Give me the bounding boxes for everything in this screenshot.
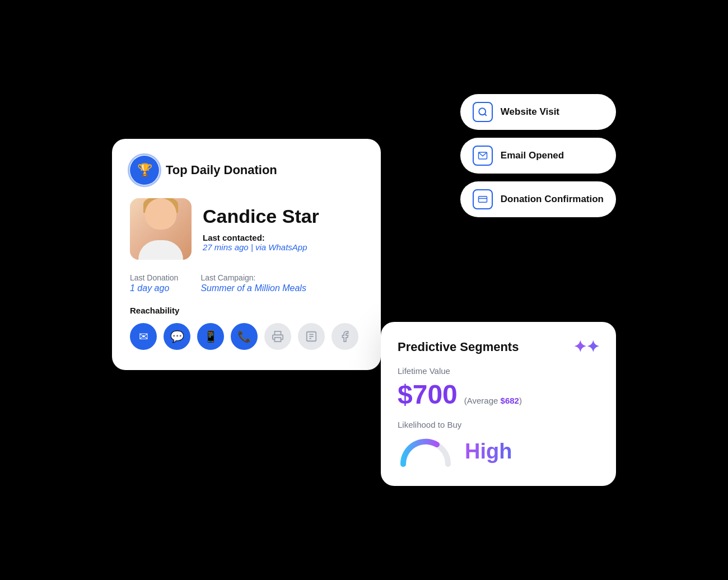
email-opened-pill: Email Opened [460,138,616,174]
badge-icon: 🏆 [130,156,159,185]
last-contacted-label: Last contacted: [203,233,319,242]
gauge-row: High [398,436,599,467]
donation-confirmation-label: Donation Confirmation [501,194,604,205]
last-donation-label: Last Donation [130,273,178,282]
profile-name: Candice Star [203,206,319,227]
ltv-average: (Average $682) [464,396,522,405]
last-campaign-label: Last Campaign: [200,273,306,282]
likelihood-value: High [465,439,512,464]
donor-card: 🏆 Top Daily Donation Candice Star Last c… [112,139,381,370]
last-donation-value: 1 day ago [130,283,178,293]
channel-icons: ✉ 💬 📱 📞 [130,323,363,350]
segments-header: Predictive Segments ✦✦ [398,338,599,356]
lifetime-value-label: Lifetime Value [398,366,599,376]
average-value: $682 [501,396,519,405]
facebook-channel[interactable] [332,323,358,350]
survey-channel[interactable] [298,323,325,350]
trophy-icon: 🏆 [137,163,152,177]
last-campaign-value: Summer of a Million Meals [200,283,306,293]
activity-pills: Website Visit Email Opened Donation Conf… [460,94,616,217]
website-visit-label: Website Visit [501,106,559,118]
reachability-label: Reachability [130,306,363,315]
email-opened-label: Email Opened [501,150,564,161]
website-visit-pill: Website Visit [460,94,616,130]
profile-row: Candice Star Last contacted: 27 mins ago… [130,198,363,260]
avatar [130,198,192,260]
gauge-chart [398,436,454,467]
last-contacted-value: 27 mins ago | via WhatsApp [203,242,319,252]
donation-confirmation-pill: Donation Confirmation [460,181,616,217]
ai-sparkle-icon: ✦✦ [573,338,599,356]
last-donation-stat: Last Donation 1 day ago [130,273,178,293]
segments-title: Predictive Segments [398,340,519,354]
search-icon [473,102,493,122]
email-channel[interactable]: ✉ [130,323,157,350]
badge-row: 🏆 Top Daily Donation [130,156,363,185]
card-icon [473,189,493,209]
print-channel[interactable] [264,323,291,350]
svg-rect-8 [478,197,487,203]
whatsapp-channel[interactable]: 📞 [231,323,258,350]
segments-card: Predictive Segments ✦✦ Lifetime Value $7… [381,322,616,486]
svg-rect-0 [275,338,281,342]
email-icon [473,146,493,166]
ltv-row: $700 (Average $682) [398,379,599,410]
sms-channel[interactable]: 💬 [164,323,190,350]
mobile-channel[interactable]: 📱 [197,323,224,350]
svg-line-6 [484,114,486,115]
ltv-value: $700 [398,379,458,410]
likelihood-label: Likelihood to Buy [398,420,599,429]
svg-point-5 [479,108,486,115]
profile-info: Candice Star Last contacted: 27 mins ago… [203,206,319,251]
last-campaign-stat: Last Campaign: Summer of a Million Meals [200,273,306,293]
stats-row: Last Donation 1 day ago Last Campaign: S… [130,273,363,293]
badge-title: Top Daily Donation [166,163,277,177]
